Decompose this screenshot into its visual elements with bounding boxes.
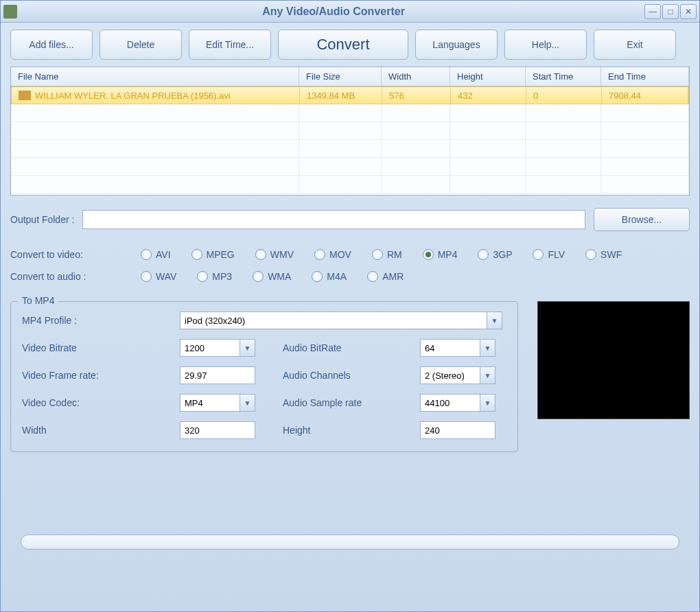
cell-height: 432 bbox=[451, 87, 526, 104]
minimize-button[interactable]: — bbox=[644, 4, 661, 19]
radio-3gp[interactable]: 3GP bbox=[478, 249, 512, 260]
video-preview bbox=[537, 301, 690, 419]
radio-dot-icon bbox=[314, 249, 325, 260]
radio-label: AMR bbox=[382, 271, 404, 282]
radio-label: FLV bbox=[548, 249, 565, 260]
video-codec-select[interactable]: MP4 ▼ bbox=[180, 394, 255, 412]
col-header-filesize[interactable]: File Size bbox=[299, 67, 382, 86]
convert-video-row: Convert to video: AVIMPEGWMVMOVRMMP43GPF… bbox=[10, 249, 690, 260]
radio-dot-icon bbox=[423, 249, 434, 260]
maximize-button[interactable]: □ bbox=[662, 4, 679, 19]
table-row[interactable] bbox=[11, 122, 689, 140]
format-section: Convert to video: AVIMPEGWMVMOVRMMP43GPF… bbox=[10, 249, 690, 282]
radio-label: AVI bbox=[156, 249, 171, 260]
col-header-filename[interactable]: File Name bbox=[11, 67, 299, 86]
cell-width: 576 bbox=[382, 87, 451, 104]
radio-dot-icon bbox=[478, 249, 489, 260]
radio-avi[interactable]: AVI bbox=[141, 249, 171, 260]
video-bitrate-label: Video Bitrate bbox=[22, 342, 180, 353]
grid-header: File Name File Size Width Height Start T… bbox=[11, 67, 689, 86]
radio-label: MOV bbox=[329, 249, 351, 260]
convert-audio-label: Convert to audio : bbox=[10, 271, 141, 282]
width-label: Width bbox=[22, 425, 180, 436]
audio-channels-label: Audio Channels bbox=[283, 370, 420, 381]
table-row[interactable]: WILLIAM WYLER. LA GRAN PRUEBA (1956).avi… bbox=[11, 86, 689, 104]
col-header-endtime[interactable]: End Time bbox=[601, 67, 689, 86]
video-bitrate-value: 1200 bbox=[185, 343, 205, 353]
radio-dot-icon bbox=[141, 271, 152, 282]
video-bitrate-select[interactable]: 1200 ▼ bbox=[180, 339, 255, 357]
titlebar: Any Video/Audio Converter — □ ✕ bbox=[1, 1, 699, 23]
delete-button[interactable]: Delete bbox=[100, 30, 182, 60]
toolbar: Add files... Delete Edit Time... Convert… bbox=[10, 30, 690, 60]
radio-swf[interactable]: SWF bbox=[585, 249, 622, 260]
table-row[interactable] bbox=[11, 140, 689, 158]
browse-button[interactable]: Browse... bbox=[594, 208, 690, 231]
radio-label: SWF bbox=[600, 249, 622, 260]
table-row[interactable] bbox=[11, 158, 689, 176]
col-header-starttime[interactable]: Start Time bbox=[526, 67, 601, 86]
help-button[interactable]: Help... bbox=[504, 30, 587, 60]
table-row[interactable] bbox=[11, 176, 689, 193]
col-header-height[interactable]: Height bbox=[450, 67, 526, 86]
radio-dot-icon bbox=[312, 271, 323, 282]
radio-dot-icon bbox=[255, 249, 266, 260]
width-input[interactable]: 320 bbox=[180, 421, 255, 439]
convert-audio-row: Convert to audio : WAVMP3WMAM4AAMR bbox=[10, 271, 690, 282]
radio-rm[interactable]: RM bbox=[372, 249, 402, 260]
languages-button[interactable]: Languages bbox=[415, 30, 498, 60]
col-header-width[interactable]: Width bbox=[382, 67, 450, 86]
radio-wmv[interactable]: WMV bbox=[255, 249, 294, 260]
convert-button[interactable]: Convert bbox=[278, 30, 408, 60]
cell-filesize: 1349,84 MB bbox=[300, 87, 382, 104]
radio-mpeg[interactable]: MPEG bbox=[191, 249, 235, 260]
radio-dot-icon bbox=[372, 249, 383, 260]
radio-label: MP3 bbox=[212, 271, 232, 282]
radio-label: 3GP bbox=[493, 249, 512, 260]
output-folder-input[interactable] bbox=[82, 210, 585, 229]
radio-label: M4A bbox=[327, 271, 347, 282]
film-icon bbox=[19, 91, 31, 100]
convert-video-label: Convert to video: bbox=[10, 249, 141, 260]
exit-button[interactable]: Exit bbox=[594, 30, 676, 60]
radio-label: WAV bbox=[156, 271, 176, 282]
audio-bitrate-value: 64 bbox=[425, 343, 434, 353]
audio-samplerate-select[interactable]: 44100 ▼ bbox=[420, 394, 495, 412]
edit-time-button[interactable]: Edit Time... bbox=[189, 30, 271, 60]
app-icon bbox=[3, 5, 17, 19]
width-value: 320 bbox=[185, 425, 200, 436]
video-framerate-label: Video Frame rate: bbox=[22, 370, 180, 381]
profile-select[interactable]: iPod (320x240) ▼ bbox=[180, 311, 502, 329]
radio-m4a[interactable]: M4A bbox=[312, 271, 347, 282]
close-button[interactable]: ✕ bbox=[680, 4, 697, 19]
content-area: Add files... Delete Edit Time... Convert… bbox=[1, 23, 699, 556]
audio-samplerate-label: Audio Sample rate bbox=[283, 397, 420, 408]
radio-mov[interactable]: MOV bbox=[314, 249, 351, 260]
radio-wma[interactable]: WMA bbox=[253, 271, 291, 282]
radio-wav[interactable]: WAV bbox=[141, 271, 176, 282]
cell-filename: WILLIAM WYLER. LA GRAN PRUEBA (1956).avi bbox=[12, 87, 300, 104]
fieldset-legend: To MP4 bbox=[18, 295, 58, 306]
height-value: 240 bbox=[425, 425, 440, 436]
grid-body: WILLIAM WYLER. LA GRAN PRUEBA (1956).avi… bbox=[11, 86, 689, 193]
settings-fieldset: To MP4 MP4 Profile : iPod (320x240) ▼ Vi… bbox=[10, 301, 518, 452]
window-title: Any Video/Audio Converter bbox=[23, 5, 644, 18]
video-codec-value: MP4 bbox=[185, 398, 203, 408]
radio-dot-icon bbox=[367, 271, 378, 282]
audio-channels-select[interactable]: 2 (Stereo) ▼ bbox=[420, 366, 495, 384]
radio-mp4[interactable]: MP4 bbox=[423, 249, 458, 260]
video-framerate-input[interactable]: 29.97 bbox=[180, 366, 255, 384]
radio-dot-icon bbox=[585, 249, 596, 260]
window-controls: — □ ✕ bbox=[644, 4, 697, 19]
audio-bitrate-select[interactable]: 64 ▼ bbox=[420, 339, 495, 357]
file-grid: File Name File Size Width Height Start T… bbox=[10, 67, 690, 196]
table-row[interactable] bbox=[11, 104, 689, 122]
main-window: Any Video/Audio Converter — □ ✕ Add file… bbox=[0, 0, 700, 612]
radio-amr[interactable]: AMR bbox=[367, 271, 404, 282]
height-input[interactable]: 240 bbox=[420, 421, 495, 439]
radio-mp3[interactable]: MP3 bbox=[197, 271, 232, 282]
add-files-button[interactable]: Add files... bbox=[10, 30, 93, 60]
chevron-down-icon: ▼ bbox=[480, 367, 495, 384]
radio-flv[interactable]: FLV bbox=[533, 249, 565, 260]
chevron-down-icon: ▼ bbox=[240, 395, 255, 411]
